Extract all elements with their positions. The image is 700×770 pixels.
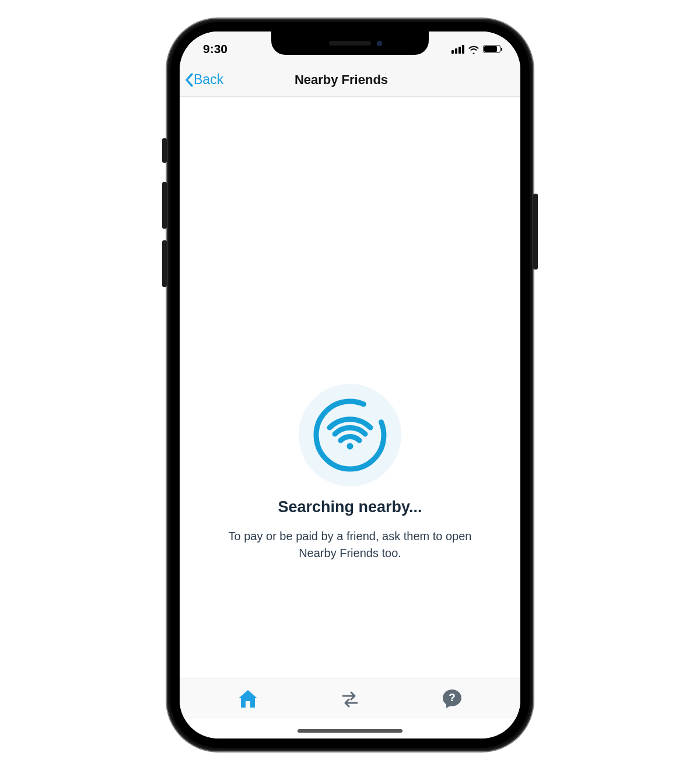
cellular-signal-icon	[452, 45, 464, 54]
power-button	[533, 194, 538, 270]
volume-down-button	[162, 240, 167, 287]
help-icon: ?	[441, 688, 463, 710]
silence-switch	[162, 138, 167, 163]
radar-icon	[298, 383, 402, 488]
wifi-icon	[468, 45, 480, 54]
search-heading: Searching nearby...	[278, 498, 422, 516]
svg-text:?: ?	[449, 691, 456, 704]
transfer-icon	[338, 690, 362, 708]
status-time: 9:30	[200, 38, 228, 56]
tab-home[interactable]	[230, 684, 265, 713]
search-container: Searching nearby... To pay or be paid by…	[180, 383, 520, 562]
screen: 9:30	[180, 32, 520, 738]
back-button[interactable]: Back	[184, 72, 223, 88]
tab-help[interactable]: ?	[435, 684, 470, 713]
nav-bar: Back Nearby Friends	[180, 63, 520, 97]
home-indicator[interactable]	[298, 729, 402, 733]
battery-icon	[483, 45, 501, 53]
notch	[271, 32, 429, 55]
page-title: Nearby Friends	[180, 72, 520, 88]
svg-point-2	[347, 443, 354, 450]
status-right	[452, 41, 501, 54]
home-icon	[236, 688, 260, 709]
phone-frame: 9:30	[167, 19, 533, 751]
tab-transfer[interactable]	[332, 684, 368, 713]
volume-up-button	[162, 182, 167, 229]
back-label: Back	[194, 72, 223, 88]
tab-bar: ?	[180, 678, 520, 719]
search-description: To pay or be paid by a friend, ask them …	[222, 528, 478, 562]
main-content: Searching nearby... To pay or be paid by…	[180, 97, 520, 666]
